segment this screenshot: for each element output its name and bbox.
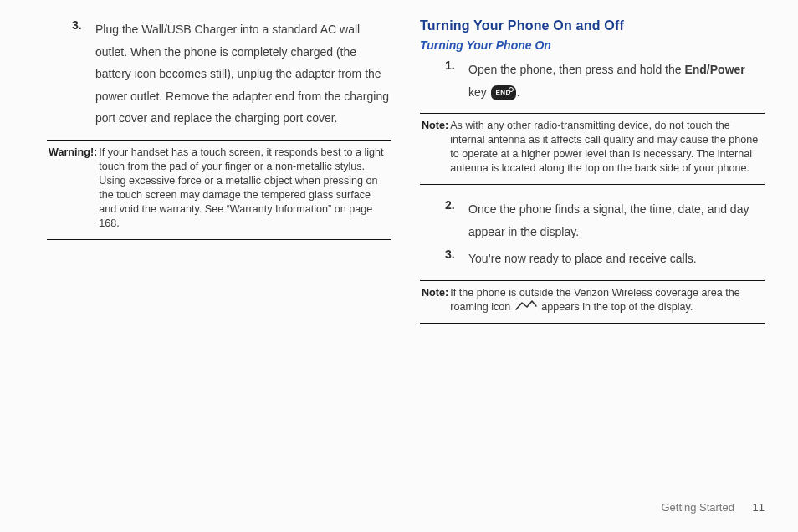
left-list: 3. Plug the Wall/USB Charger into a stan… — [47, 18, 391, 130]
footer-section: Getting Started — [661, 501, 734, 514]
step1-pre: Open the phone, then press and hold the — [468, 63, 684, 76]
step-text: Plug the Wall/USB Charger into a standar… — [95, 18, 391, 130]
step-text: Open the phone, then press and hold the … — [468, 59, 765, 103]
right-list-1: 1. Open the phone, then press and hold t… — [420, 59, 765, 103]
manual-page: 3. Plug the Wall/USB Charger into a stan… — [0, 0, 798, 532]
list-item: 2. Once the phone finds a signal, the ti… — [445, 198, 765, 243]
step-number: 1. — [445, 59, 468, 103]
left-column: 3. Plug the Wall/USB Charger into a stan… — [47, 18, 391, 522]
step-number: 3. — [445, 248, 468, 270]
warning-text: If your handset has a touch screen, it r… — [99, 146, 390, 231]
warning-block: Warning!: If your handset has a touch sc… — [47, 140, 391, 240]
right-column: Turning Your Phone On and Off Turning Yo… — [420, 18, 765, 522]
step1-post-a: key — [468, 85, 490, 99]
note-label: Note: — [422, 119, 450, 176]
list-item: 3. Plug the Wall/USB Charger into a stan… — [72, 18, 391, 130]
step-number: 3. — [72, 18, 95, 130]
note-block-2: Note: If the phone is outside the Verizo… — [420, 280, 765, 324]
end-key-icon: END — [491, 85, 516, 100]
step1-post-b: . — [517, 85, 520, 99]
subsection-heading: Turning Your Phone On — [420, 38, 765, 52]
step-number: 2. — [445, 198, 468, 243]
note-text: If the phone is outside the Verizon Wire… — [450, 286, 763, 315]
right-list-2: 2. Once the phone finds a signal, the ti… — [420, 198, 765, 270]
note-label: Note: — [422, 286, 450, 315]
step-text: You’re now ready to place and receive ca… — [468, 248, 765, 270]
page-footer: Getting Started 11 — [661, 501, 765, 514]
list-item: 3. You’re now ready to place and receive… — [445, 248, 765, 270]
step1-bold: End/Power — [684, 63, 744, 76]
note-block-1: Note: As with any other radio-transmitti… — [420, 113, 765, 185]
note2-text-b: appears in the top of the display. — [541, 301, 693, 313]
list-item: 1. Open the phone, then press and hold t… — [445, 59, 765, 103]
step-text: Once the phone finds a signal, the time,… — [468, 198, 765, 243]
warning-label: Warning!: — [49, 146, 99, 231]
page-number: 11 — [753, 501, 765, 514]
note-text: As with any other radio-transmitting dev… — [450, 119, 763, 176]
roaming-icon — [515, 300, 537, 315]
section-heading: Turning Your Phone On and Off — [420, 18, 765, 33]
